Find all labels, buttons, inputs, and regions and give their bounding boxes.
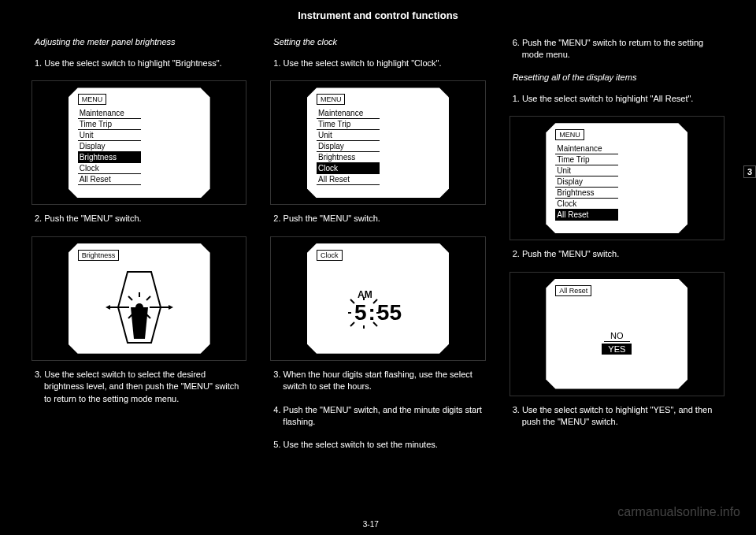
step-text: 1. Use the select switch to highlight "A… [510, 93, 724, 108]
svg-line-18 [373, 299, 377, 303]
column-1: Adjusting the meter panel brightness 1. … [32, 37, 246, 455]
step-text: 2. Push the "MENU" switch. [510, 248, 724, 263]
menu-item: Time Trip [555, 154, 618, 165]
menu-list: Maintenance Time Trip Unit Display Brigh… [317, 108, 439, 185]
menu-list: Maintenance Time Trip Unit Display Brigh… [555, 143, 678, 221]
lcd-title: MENU [555, 129, 584, 140]
watermark: carmanualsonline.info [617, 505, 740, 519]
svg-line-20 [373, 322, 377, 326]
step-text: 2. Push the "MENU" switch. [32, 213, 246, 228]
section-brightness: Adjusting the meter panel brightness [32, 37, 246, 46]
menu-item: Maintenance [317, 108, 380, 119]
menu-list: Maintenance Time Trip Unit Display Brigh… [78, 108, 201, 185]
lcd-title: Brightness [78, 250, 120, 261]
menu-item: Time Trip [317, 119, 380, 130]
menu-item-selected: All Reset [555, 210, 618, 221]
page-tab: 3 [743, 165, 756, 178]
page-header: Instrument and control functions [0, 0, 756, 21]
menu-item: Brightness [317, 152, 380, 163]
step-text: 4. Push the "MENU" switch, and the minut… [270, 404, 485, 432]
lcd-title: All Reset [555, 285, 591, 296]
menu-item: Display [317, 141, 380, 152]
menu-item: Display [555, 176, 618, 188]
menu-item: Maintenance [78, 108, 141, 119]
step-text: 3. Use the select switch to select the d… [32, 369, 246, 408]
allreset-no: NO [604, 330, 630, 342]
menu-item: Display [78, 141, 141, 152]
lcd-panel-wrap: All Reset NO YES [510, 272, 724, 396]
page-number: 3-17 [363, 520, 379, 529]
column-2: Setting the clock 1. Use the select swit… [270, 37, 485, 455]
section-clock: Setting the clock [270, 37, 485, 46]
clock-hour: 5 [354, 300, 367, 325]
lcd-panel-wrap: MENU Maintenance Time Trip Unit Display … [32, 80, 246, 205]
svg-line-17 [350, 299, 354, 303]
menu-item: Clock [555, 199, 618, 210]
lcd-clock-adjust: Clock AM [307, 243, 449, 354]
svg-line-8 [146, 296, 150, 300]
lcd-panel-wrap: MENU Maintenance Time Trip Unit Display … [510, 116, 724, 240]
step-text: 1. Use the select switch to highlight "C… [270, 58, 485, 72]
svg-marker-11 [106, 305, 110, 310]
menu-item: All Reset [317, 174, 380, 185]
menu-item-selected: Brightness [78, 152, 141, 163]
clock-time: 5 : 55 [354, 300, 402, 325]
svg-line-7 [128, 296, 132, 300]
step-text: 2. Push the "MENU" switch. [270, 213, 485, 228]
clock-display: AM [317, 264, 439, 351]
brightness-icon [78, 264, 201, 351]
lcd-panel-wrap: MENU Maintenance Time Trip Unit Display … [270, 80, 485, 205]
page-content: Adjusting the meter panel brightness 1. … [0, 21, 756, 470]
svg-marker-1 [131, 307, 148, 339]
lcd-menu-allreset: MENU Maintenance Time Trip Unit Display … [546, 123, 687, 233]
lcd-title: MENU [78, 94, 107, 105]
step-text: 6. Push the "MENU" switch to return to t… [510, 37, 724, 65]
section-allreset: Resetting all of the display items [510, 72, 724, 82]
svg-line-19 [350, 322, 354, 326]
lcd-allreset-confirm: All Reset NO YES [546, 279, 687, 389]
menu-item: Clock [78, 163, 141, 174]
lcd-menu-clock: MENU Maintenance Time Trip Unit Display … [307, 87, 449, 198]
step-text: 3. Use the select switch to highlight "Y… [510, 404, 724, 432]
menu-item: Brightness [555, 188, 618, 199]
clock-minute: 55 [377, 300, 402, 325]
lcd-title: Clock [317, 250, 343, 261]
svg-marker-12 [169, 305, 173, 310]
menu-item: Unit [555, 165, 618, 176]
menu-item: Maintenance [555, 143, 618, 154]
allreset-options: NO YES [555, 299, 678, 386]
svg-point-2 [135, 303, 143, 311]
step-text: 1. Use the select switch to highlight "B… [32, 58, 246, 72]
menu-item: Unit [78, 130, 141, 141]
step-text: 5. Use the select switch to set the minu… [270, 439, 485, 454]
lcd-menu-brightness: MENU Maintenance Time Trip Unit Display … [69, 87, 210, 198]
menu-item-selected: Clock [317, 163, 380, 174]
menu-item: Time Trip [78, 119, 141, 130]
allreset-yes-selected: YES [602, 344, 632, 355]
step-text: 3. When the hour digits start flashing, … [270, 369, 485, 396]
lcd-panel-wrap: Brightness [32, 236, 246, 361]
lcd-panel-wrap: Clock AM [270, 236, 485, 361]
lcd-title: MENU [317, 94, 346, 105]
menu-item: All Reset [78, 174, 141, 185]
menu-item: Unit [317, 130, 380, 141]
column-3: 6. Push the "MENU" switch to return to t… [510, 37, 724, 455]
lcd-brightness-adjust: Brightness [69, 243, 210, 354]
